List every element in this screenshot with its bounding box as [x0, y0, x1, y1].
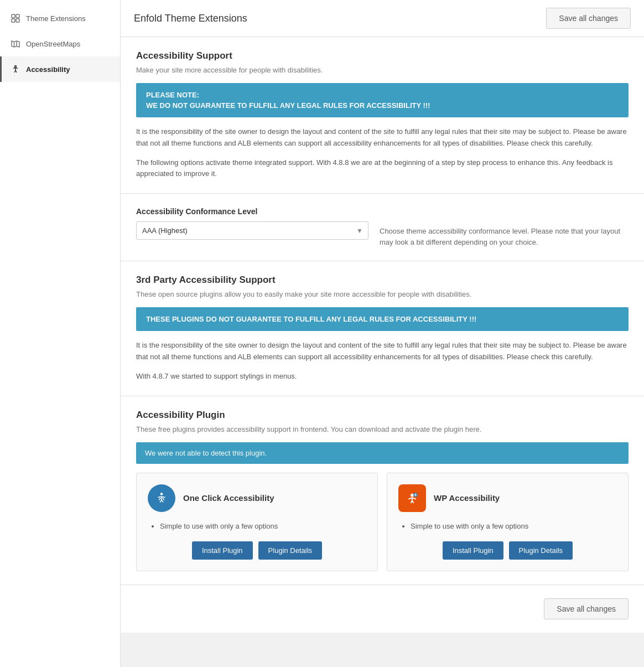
accessibility-notice-box: PLEASE NOTE: WE DO NOT GUARANTEE TO FULF…	[136, 83, 629, 117]
plugin-section-subtitle: These free plugins provides accessibilit…	[136, 425, 629, 433]
notice-text: WE DO NOT GUARANTEE TO FULFILL ANY LEGAL…	[146, 101, 619, 110]
wp-accessibility-actions: Install Plugin Plugin Details	[398, 541, 617, 560]
accessibility-support-section: Accessibility Support Make your site mor…	[121, 37, 644, 194]
third-party-notice-text: THESE PLUGINS DO NOT GUARANTEE TO FULFIL…	[146, 315, 619, 323]
third-party-paragraph-1: It is the responsibility of the site own…	[136, 340, 629, 363]
page-title: Enfold Theme Extensions	[134, 13, 247, 24]
sidebar-item-openstreetmaps[interactable]: OpenStreetMaps	[0, 31, 120, 56]
accessibility-paragraph-2: The following options activate theme int…	[136, 157, 629, 180]
wp-accessibility-name: WP Accessibility	[434, 493, 500, 503]
wp-accessibility-install-button[interactable]: Install Plugin	[443, 541, 503, 560]
svg-point-8	[411, 493, 414, 497]
top-header: Enfold Theme Extensions Save all changes	[121, 0, 644, 37]
svg-point-6	[160, 493, 163, 495]
conformance-select[interactable]: A (Lowest) AA AAA (Highest)	[136, 221, 368, 240]
wp-accessibility-details-button[interactable]: Plugin Details	[509, 541, 573, 560]
conformance-section: Accessibility Conformance Level A (Lowes…	[121, 194, 644, 261]
one-click-actions: Install Plugin Plugin Details	[148, 541, 366, 560]
conformance-hint: Choose theme accessibility conformance l…	[380, 221, 629, 247]
content-area: Accessibility Support Make your site mor…	[121, 37, 644, 633]
wp-accessibility-icon	[398, 484, 426, 512]
wp-accessibility-features: Simple to use with only a few options	[398, 520, 617, 532]
accessibility-support-title: Accessibility Support	[136, 50, 629, 61]
one-click-install-button[interactable]: Install Plugin	[192, 541, 253, 560]
plugin-card-header-wp-accessibility: WP Accessibility	[398, 484, 617, 512]
sidebar-item-accessibility[interactable]: Accessibility	[0, 56, 120, 82]
accessibility-support-subtitle: Make your site more accessible for peopl…	[136, 66, 629, 74]
svg-rect-1	[16, 14, 19, 18]
wp-accessibility-feature-1: Simple to use with only a few options	[411, 520, 617, 532]
sidebar-nav: Theme Extensions OpenStreetMaps	[0, 6, 120, 82]
conformance-select-wrapper: A (Lowest) AA AAA (Highest) ▼	[136, 221, 368, 240]
conformance-row: A (Lowest) AA AAA (Highest) ▼ Choose the…	[136, 221, 629, 247]
svg-point-4	[15, 66, 17, 68]
grid-icon	[11, 13, 20, 23]
sidebar: Theme Extensions OpenStreetMaps	[0, 0, 121, 667]
third-party-notice-box: THESE PLUGINS DO NOT GUARANTEE TO FULFIL…	[136, 307, 629, 331]
map-icon	[11, 39, 20, 49]
plugin-card-wp-accessibility: WP Accessibility Simple to use with only…	[387, 473, 629, 571]
one-click-details-button[interactable]: Plugin Details	[258, 541, 323, 560]
sidebar-item-theme-extensions[interactable]: Theme Extensions	[0, 6, 120, 31]
accessibility-paragraph-1: It is the responsibility of the site own…	[136, 126, 629, 149]
notice-label: PLEASE NOTE:	[146, 91, 619, 99]
accessibility-icon	[11, 64, 20, 74]
plugin-cards: One Click Accessibility Simple to use wi…	[136, 473, 629, 571]
plugin-section-title: Accessibility Plugin	[136, 410, 629, 421]
third-party-paragraph-2: With 4.8.7 we started to support styling…	[136, 371, 629, 382]
one-click-icon	[148, 484, 175, 512]
third-party-section: 3rd Party Accessibility Support These op…	[121, 261, 644, 396]
bottom-save-row: Save all changes	[121, 585, 644, 633]
one-click-name: One Click Accessibility	[183, 493, 274, 503]
conformance-label: Accessibility Conformance Level	[136, 207, 629, 216]
sidebar-item-label: Theme Extensions	[26, 14, 86, 23]
svg-rect-2	[12, 19, 15, 22]
svg-rect-3	[16, 19, 19, 22]
plugin-card-header-one-click: One Click Accessibility	[148, 484, 366, 512]
save-all-changes-bottom-button[interactable]: Save all changes	[544, 598, 629, 619]
svg-rect-0	[12, 14, 15, 18]
sidebar-item-label: Accessibility	[26, 65, 70, 74]
third-party-title: 3rd Party Accessibility Support	[136, 275, 629, 286]
save-all-changes-top-button[interactable]: Save all changes	[546, 8, 631, 29]
one-click-feature-1: Simple to use with only a few options	[160, 520, 366, 532]
third-party-subtitle: These open source plugins allow you to e…	[136, 290, 629, 298]
main-content: Enfold Theme Extensions Save all changes…	[121, 0, 644, 667]
plugin-card-one-click: One Click Accessibility Simple to use wi…	[136, 473, 378, 571]
detect-notice: We were not able to detect this plugin.	[136, 442, 629, 464]
plugin-section: Accessibility Plugin These free plugins …	[121, 396, 644, 585]
sidebar-item-label: OpenStreetMaps	[26, 40, 80, 48]
one-click-features: Simple to use with only a few options	[148, 520, 366, 532]
